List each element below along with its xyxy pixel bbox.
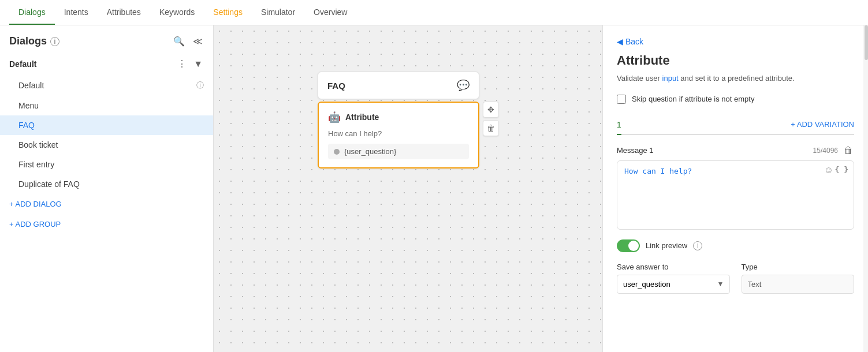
- sidebar-item-first-entry[interactable]: First entry: [0, 155, 213, 174]
- panel-desc-prefix: Validate user: [617, 74, 662, 83]
- sidebar-item-book-ticket-label: Book ticket: [18, 140, 58, 149]
- variable-insert-button[interactable]: { }: [835, 165, 848, 174]
- card-actions: ✥ 🗑: [483, 102, 499, 136]
- save-answer-label: Save answer to: [617, 263, 730, 271]
- sidebar-item-faq[interactable]: FAQ: [0, 115, 213, 135]
- attribute-robot-icon: 🤖: [328, 111, 341, 123]
- back-link[interactable]: ◀ Back: [617, 37, 854, 46]
- message-textarea-wrapper: How can I help? ☺ { }: [617, 160, 854, 231]
- collapse-button[interactable]: ≪: [192, 35, 204, 48]
- skip-checkbox-row: Skip question if attribute is not empty: [617, 95, 854, 104]
- link-preview-info-icon[interactable]: i: [693, 241, 702, 250]
- sidebar-item-book-ticket[interactable]: Book ticket: [0, 135, 213, 155]
- attribute-variable-row: {user_question}: [328, 144, 469, 159]
- group-expand-button[interactable]: ▼: [192, 57, 204, 70]
- faq-node: FAQ 💬 🤖 Attribute How can I help? {user_…: [318, 72, 479, 168]
- tab-simulator[interactable]: Simulator: [252, 1, 304, 25]
- panel-desc-suffix: and set it to a predefined attribute.: [679, 74, 795, 83]
- sidebar-item-first-entry-label: First entry: [18, 160, 54, 169]
- link-preview-label: Link preview: [646, 241, 687, 250]
- sidebar-item-duplicate-faq-label: Duplicate of FAQ: [18, 179, 80, 189]
- group-label: Default: [9, 59, 36, 69]
- back-arrow-icon: ◀: [617, 37, 623, 46]
- panel-title: Attribute: [617, 53, 854, 68]
- tab-dialogs[interactable]: Dialogs: [9, 1, 55, 25]
- default-info-icon[interactable]: ⓘ: [196, 80, 204, 91]
- add-dialog-link[interactable]: + ADD DIALOG: [0, 194, 213, 214]
- faq-node-title: FAQ: [327, 81, 345, 91]
- sidebar-item-default-label: Default: [18, 81, 44, 90]
- sidebar-title: Dialogs i: [9, 35, 59, 47]
- delete-message-button[interactable]: 🗑: [843, 144, 854, 157]
- type-label: Type: [742, 263, 855, 271]
- tab-intents[interactable]: Intents: [55, 1, 98, 25]
- message-label: Message 1: [617, 146, 654, 155]
- skip-checkbox-label: Skip question if attribute is not empty: [632, 95, 754, 103]
- right-panel: ◀ Back Attribute Validate user input and…: [602, 25, 868, 352]
- message-count: 15/4096: [813, 147, 838, 155]
- panel-desc-highlight: input: [662, 74, 679, 83]
- attribute-card[interactable]: 🤖 Attribute How can I help? {user_questi…: [318, 102, 479, 168]
- type-col: Type: [742, 263, 855, 294]
- dialogs-info-icon[interactable]: i: [50, 37, 59, 46]
- back-label: Back: [625, 37, 643, 46]
- save-answer-select-wrapper: user_question ▼: [617, 275, 730, 294]
- scrollbar-thumb: [865, 25, 868, 60]
- save-type-row: Save answer to user_question ▼ Type: [617, 263, 854, 294]
- message-meta: 15/4096 🗑: [813, 144, 854, 157]
- group-more-button[interactable]: ⋮: [176, 57, 188, 70]
- tab-settings[interactable]: Settings: [204, 1, 252, 25]
- attribute-card-header: 🤖 Attribute: [328, 111, 469, 123]
- canvas: FAQ 💬 🤖 Attribute How can I help? {user_…: [214, 25, 602, 352]
- search-button[interactable]: 🔍: [172, 35, 186, 48]
- sidebar-header: Dialogs i 🔍 ≪: [0, 25, 213, 53]
- tab-overview[interactable]: Overview: [304, 1, 356, 25]
- sidebar-item-duplicate-faq[interactable]: Duplicate of FAQ: [0, 174, 213, 194]
- panel-description: Validate user input and set it to a pred…: [617, 73, 854, 84]
- add-group-link[interactable]: + ADD GROUP: [0, 214, 213, 234]
- skip-checkbox-input[interactable]: [617, 95, 626, 104]
- tab-attributes[interactable]: Attributes: [98, 1, 150, 25]
- variation-tabs: 1 + ADD VARIATION: [617, 115, 854, 135]
- attribute-card-title: Attribute: [345, 113, 379, 122]
- chat-icon: 💬: [457, 79, 470, 92]
- link-preview-row: Link preview i: [617, 239, 854, 252]
- scrollbar[interactable]: [863, 25, 868, 352]
- save-answer-col: Save answer to user_question ▼: [617, 263, 730, 294]
- sidebar-item-menu[interactable]: Menu: [0, 96, 213, 115]
- sidebar-item-default[interactable]: Default ⓘ: [0, 75, 213, 96]
- variable-dot: [334, 149, 340, 155]
- add-variation-button[interactable]: + ADD VARIATION: [791, 120, 854, 129]
- variation-tab-1[interactable]: 1: [617, 115, 621, 135]
- sidebar-title-text: Dialogs: [9, 35, 47, 47]
- message-textarea[interactable]: How can I help?: [617, 160, 854, 230]
- top-navigation: Dialogs Intents Attributes Keywords Sett…: [0, 0, 868, 25]
- sidebar-header-actions: 🔍 ≪: [172, 35, 204, 48]
- tab-keywords[interactable]: Keywords: [150, 1, 204, 25]
- link-preview-toggle[interactable]: [617, 239, 640, 252]
- type-input: [742, 275, 855, 294]
- message-header: Message 1 15/4096 🗑: [617, 144, 854, 157]
- sidebar: Dialogs i 🔍 ≪ Default ⋮ ▼ Default ⓘ Menu…: [0, 25, 214, 352]
- group-header: Default ⋮ ▼: [0, 53, 213, 75]
- faq-header-card[interactable]: FAQ 💬: [318, 72, 479, 99]
- sidebar-item-menu-label: Menu: [18, 101, 39, 110]
- attribute-variable-name: {user_question}: [344, 147, 396, 156]
- group-actions: ⋮ ▼: [176, 57, 204, 70]
- attribute-question-text: How can I help?: [328, 129, 469, 138]
- move-card-button[interactable]: ✥: [483, 102, 499, 118]
- sidebar-item-faq-label: FAQ: [18, 121, 35, 130]
- delete-card-button[interactable]: 🗑: [483, 120, 499, 136]
- main-layout: Dialogs i 🔍 ≪ Default ⋮ ▼ Default ⓘ Menu…: [0, 25, 868, 352]
- save-answer-select[interactable]: user_question: [617, 275, 730, 294]
- toggle-slider: [617, 239, 640, 252]
- emoji-button[interactable]: ☺: [824, 165, 833, 175]
